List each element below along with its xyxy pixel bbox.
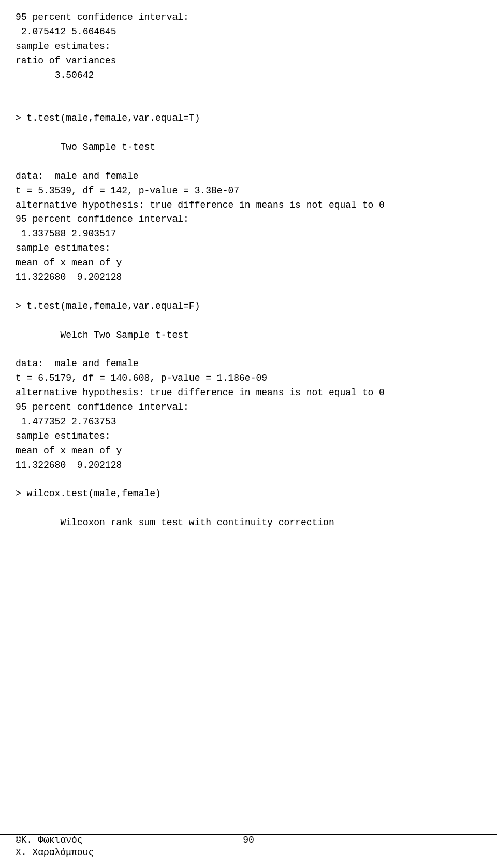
main-content: 95 percent confidence interval: 2.075412…: [16, 10, 481, 530]
footer: ©K. Φωκιανός 90 Χ. Χαραλάμπους: [0, 834, 497, 858]
page-number: 90: [243, 835, 254, 845]
copyright: ©K. Φωκιανός: [16, 835, 83, 845]
author: Χ. Χαραλάμπους: [16, 847, 481, 858]
